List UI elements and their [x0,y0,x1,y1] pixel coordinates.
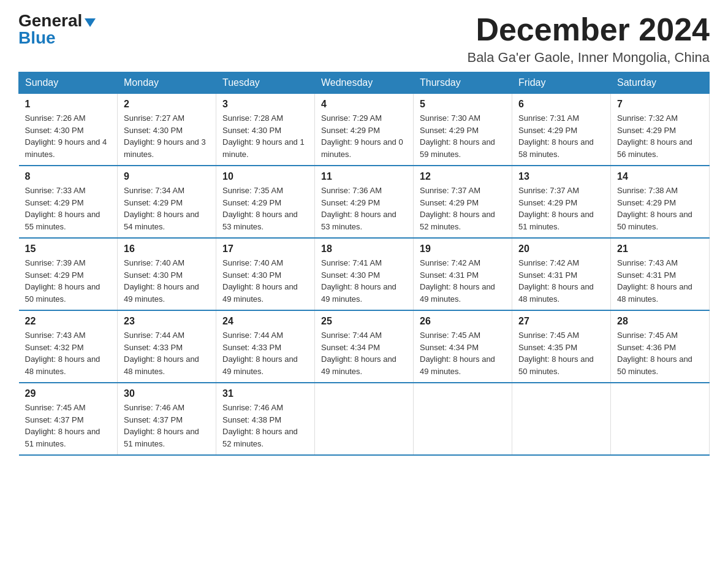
day-number: 7 [617,99,703,110]
calendar-cell: 2Sunrise: 7:27 AMSunset: 4:30 PMDaylight… [118,94,216,166]
day-number: 18 [321,243,407,255]
logo-blue-text: Blue [18,29,56,47]
month-title: December 2024 [467,12,710,47]
day-number: 4 [321,99,407,110]
day-info: Sunrise: 7:38 AMSunset: 4:29 PMDaylight:… [617,186,692,231]
calendar-cell: 17Sunrise: 7:40 AMSunset: 4:30 PMDayligh… [216,238,315,310]
day-info: Sunrise: 7:45 AMSunset: 4:35 PMDaylight:… [518,331,594,376]
day-number: 15 [25,243,112,255]
calendar-cell: 12Sunrise: 7:37 AMSunset: 4:29 PMDayligh… [414,166,512,238]
day-number: 8 [25,171,112,182]
calendar-cell: 20Sunrise: 7:42 AMSunset: 4:31 PMDayligh… [512,238,611,310]
calendar-cell: 18Sunrise: 7:41 AMSunset: 4:30 PMDayligh… [315,238,414,310]
day-number: 19 [420,243,506,255]
calendar-cell: 22Sunrise: 7:43 AMSunset: 4:32 PMDayligh… [19,310,118,383]
calendar-cell: 15Sunrise: 7:39 AMSunset: 4:29 PMDayligh… [19,238,118,310]
calendar-cell: 6Sunrise: 7:31 AMSunset: 4:29 PMDaylight… [512,94,611,166]
day-number: 20 [518,243,604,255]
calendar-cell: 28Sunrise: 7:45 AMSunset: 4:36 PMDayligh… [611,310,710,383]
calendar-cell: 13Sunrise: 7:37 AMSunset: 4:29 PMDayligh… [512,166,611,238]
day-number: 30 [124,388,210,399]
day-info: Sunrise: 7:34 AMSunset: 4:29 PMDaylight:… [124,186,199,231]
calendar-cell: 31Sunrise: 7:46 AMSunset: 4:38 PMDayligh… [216,383,315,455]
day-info: Sunrise: 7:43 AMSunset: 4:31 PMDaylight:… [617,258,692,304]
day-number: 25 [321,316,407,327]
calendar-cell [414,383,512,455]
day-number: 22 [25,316,112,327]
calendar-cell: 14Sunrise: 7:38 AMSunset: 4:29 PMDayligh… [611,166,710,238]
day-info: Sunrise: 7:40 AMSunset: 4:30 PMDaylight:… [124,258,199,304]
calendar-cell: 1Sunrise: 7:26 AMSunset: 4:30 PMDaylight… [19,94,118,166]
day-number: 6 [518,99,604,110]
calendar-header: Sunday Monday Tuesday Wednesday Thursday… [19,72,710,94]
calendar-cell: 30Sunrise: 7:46 AMSunset: 4:37 PMDayligh… [118,383,216,455]
col-sunday: Sunday [19,72,118,94]
day-info: Sunrise: 7:45 AMSunset: 4:34 PMDaylight:… [420,331,495,376]
calendar-cell: 7Sunrise: 7:32 AMSunset: 4:29 PMDaylight… [611,94,710,166]
calendar-cell: 19Sunrise: 7:42 AMSunset: 4:31 PMDayligh… [414,238,512,310]
calendar-week-row: 1Sunrise: 7:26 AMSunset: 4:30 PMDaylight… [19,94,710,166]
day-info: Sunrise: 7:30 AMSunset: 4:29 PMDaylight:… [420,113,495,159]
col-saturday: Saturday [611,72,710,94]
day-number: 27 [518,316,604,327]
day-number: 24 [222,316,308,327]
col-friday: Friday [512,72,611,94]
day-info: Sunrise: 7:45 AMSunset: 4:36 PMDaylight:… [617,331,692,376]
day-number: 26 [420,316,506,327]
calendar-cell: 25Sunrise: 7:44 AMSunset: 4:34 PMDayligh… [315,310,414,383]
day-info: Sunrise: 7:28 AMSunset: 4:30 PMDaylight:… [222,113,305,159]
day-info: Sunrise: 7:46 AMSunset: 4:37 PMDaylight:… [124,403,199,448]
day-number: 17 [222,243,308,255]
day-info: Sunrise: 7:44 AMSunset: 4:34 PMDaylight:… [321,331,396,376]
calendar-cell: 21Sunrise: 7:43 AMSunset: 4:31 PMDayligh… [611,238,710,310]
day-info: Sunrise: 7:40 AMSunset: 4:30 PMDaylight:… [222,258,298,304]
day-info: Sunrise: 7:39 AMSunset: 4:29 PMDaylight:… [25,258,100,304]
day-info: Sunrise: 7:45 AMSunset: 4:37 PMDaylight:… [25,403,100,448]
day-number: 23 [124,316,210,327]
day-info: Sunrise: 7:29 AMSunset: 4:29 PMDaylight:… [321,113,403,159]
calendar-cell [512,383,611,455]
day-number: 29 [25,388,112,399]
day-number: 3 [222,99,308,110]
calendar-week-row: 29Sunrise: 7:45 AMSunset: 4:37 PMDayligh… [19,383,710,455]
day-number: 2 [124,99,210,110]
calendar-cell: 5Sunrise: 7:30 AMSunset: 4:29 PMDaylight… [414,94,512,166]
calendar-cell: 3Sunrise: 7:28 AMSunset: 4:30 PMDaylight… [216,94,315,166]
calendar-body: 1Sunrise: 7:26 AMSunset: 4:30 PMDaylight… [19,94,710,456]
location-subtitle: Bala Ga'er Gaole, Inner Mongolia, China [467,50,710,66]
day-info: Sunrise: 7:43 AMSunset: 4:32 PMDaylight:… [25,331,100,376]
col-thursday: Thursday [414,72,512,94]
day-number: 5 [420,99,506,110]
day-number: 28 [617,316,703,327]
day-info: Sunrise: 7:26 AMSunset: 4:30 PMDaylight:… [25,113,107,159]
day-info: Sunrise: 7:27 AMSunset: 4:30 PMDaylight:… [124,113,206,159]
logo-general-text: General [18,12,82,29]
day-info: Sunrise: 7:44 AMSunset: 4:33 PMDaylight:… [124,331,199,376]
calendar-cell [611,383,710,455]
day-number: 12 [420,171,506,182]
day-info: Sunrise: 7:42 AMSunset: 4:31 PMDaylight:… [518,258,594,304]
page-header: General Blue December 2024 Bala Ga'er Ga… [18,12,710,66]
calendar-week-row: 22Sunrise: 7:43 AMSunset: 4:32 PMDayligh… [19,310,710,383]
calendar-cell: 29Sunrise: 7:45 AMSunset: 4:37 PMDayligh… [19,383,118,455]
title-section: December 2024 Bala Ga'er Gaole, Inner Mo… [467,12,710,66]
day-info: Sunrise: 7:31 AMSunset: 4:29 PMDaylight:… [518,113,594,159]
day-number: 11 [321,171,407,182]
day-info: Sunrise: 7:36 AMSunset: 4:29 PMDaylight:… [321,186,396,231]
day-number: 16 [124,243,210,255]
calendar-week-row: 15Sunrise: 7:39 AMSunset: 4:29 PMDayligh… [19,238,710,310]
calendar-cell: 26Sunrise: 7:45 AMSunset: 4:34 PMDayligh… [414,310,512,383]
calendar-cell: 16Sunrise: 7:40 AMSunset: 4:30 PMDayligh… [118,238,216,310]
calendar-cell: 27Sunrise: 7:45 AMSunset: 4:35 PMDayligh… [512,310,611,383]
day-number: 31 [222,388,308,399]
col-wednesday: Wednesday [315,72,414,94]
calendar-cell: 10Sunrise: 7:35 AMSunset: 4:29 PMDayligh… [216,166,315,238]
day-number: 13 [518,171,604,182]
calendar-cell [315,383,414,455]
header-row: Sunday Monday Tuesday Wednesday Thursday… [19,72,710,94]
calendar-table: Sunday Monday Tuesday Wednesday Thursday… [18,72,710,456]
col-monday: Monday [118,72,216,94]
calendar-cell: 4Sunrise: 7:29 AMSunset: 4:29 PMDaylight… [315,94,414,166]
logo-triangle-icon [85,18,96,27]
day-number: 1 [25,99,112,110]
